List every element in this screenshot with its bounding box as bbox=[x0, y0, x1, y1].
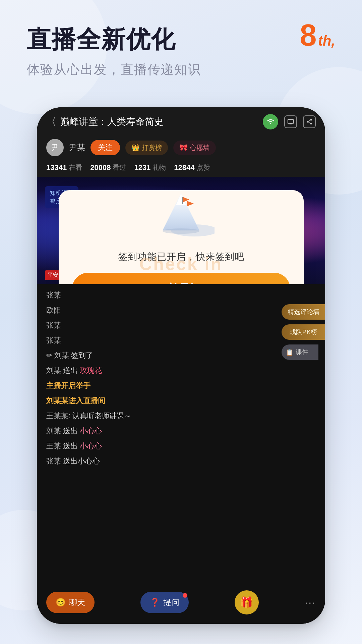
gifts-label: 礼物 bbox=[153, 163, 166, 172]
chat-button[interactable]: 😊 聊天 bbox=[46, 592, 95, 613]
stat-watched: 20008 看过 bbox=[90, 163, 126, 172]
checkin-popup-card: Check in 签到功能已开启，快来签到吧 签到 bbox=[59, 190, 304, 284]
share-icon[interactable] bbox=[303, 115, 316, 128]
svg-point-4 bbox=[163, 228, 199, 234]
watched-label: 看过 bbox=[113, 163, 126, 172]
chat-username: 王某 bbox=[46, 442, 63, 450]
live-top-bar: 〈 巅峰讲堂：人类寿命简史 bbox=[37, 107, 325, 135]
courseware-label: 课件 bbox=[296, 348, 308, 357]
chat-message-highlight: 主播开启举手 bbox=[46, 380, 316, 391]
gift-name: 小心心 bbox=[80, 427, 102, 435]
likes-label: 点赞 bbox=[197, 163, 210, 172]
chat-content: 签到了 bbox=[71, 351, 93, 360]
chat-username: 张某 bbox=[46, 336, 61, 344]
badge-suffix: th, bbox=[318, 33, 335, 49]
chat-message-gift: 刘某 送出 玫瑰花 bbox=[46, 365, 316, 376]
checkin-watermark: Check in bbox=[72, 254, 290, 274]
chat-username: 张某 bbox=[46, 291, 61, 299]
stats-row: 13341 在看 20008 看过 1231 礼物 12844 点赞 bbox=[37, 160, 325, 177]
phone-inner: 〈 巅峰讲堂：人类寿命简史 bbox=[37, 107, 325, 624]
notification-dot bbox=[183, 593, 187, 598]
chat-message: 张某 bbox=[46, 289, 316, 301]
chat-username: 张某 bbox=[46, 457, 63, 465]
streamer-name: 尹某 bbox=[69, 142, 85, 153]
likes-count: 12844 bbox=[174, 163, 194, 172]
svg-marker-6 bbox=[183, 197, 189, 202]
user-info-row: 尹 尹某 关注 👑 打赏榜 🎀 心愿墙 bbox=[37, 135, 325, 160]
chat-message: 张某 bbox=[46, 320, 316, 331]
courseware-icon: 📋 bbox=[286, 348, 294, 356]
chat-content: 送出 bbox=[63, 442, 78, 450]
chat-message: 张某 bbox=[46, 335, 316, 346]
more-button[interactable]: ··· bbox=[305, 596, 316, 609]
stat-watching: 13341 在看 bbox=[46, 163, 82, 172]
version-badge: 8 th, bbox=[300, 20, 335, 50]
chat-message-gift: 王某 送出 小心心 bbox=[46, 440, 316, 451]
svg-marker-7 bbox=[187, 201, 194, 206]
chat-message: 欧阳 bbox=[46, 305, 316, 316]
chat-message-gift: 刘某 送出 小心心 bbox=[46, 425, 316, 436]
page-subtitle: 体验从心出发，直播传递知识 bbox=[27, 61, 335, 78]
chat-area: 张某 欧阳 张某 张某 ✏ 刘某 签到了 刘某 送出 玫 bbox=[37, 284, 325, 585]
chat-username: ✏ 刘某 bbox=[46, 351, 71, 360]
pk-ranking-button[interactable]: 战队PK榜 bbox=[282, 324, 325, 340]
courseware-button[interactable]: 📋 课件 bbox=[282, 344, 318, 360]
phone-mockup: 〈 巅峰讲堂：人类寿命简史 bbox=[37, 107, 325, 624]
chat-username: 刘某 bbox=[46, 427, 63, 435]
gift-name: 玫瑰花 bbox=[80, 366, 102, 375]
chat-content: 送出小心心 bbox=[63, 457, 100, 465]
top-bar-left: 〈 巅峰讲堂：人类寿命简史 bbox=[46, 115, 164, 129]
streamer-avatar: 尹 bbox=[46, 139, 64, 156]
checkin-button[interactable]: 签到 bbox=[72, 273, 290, 284]
top-bar-icons bbox=[263, 114, 316, 129]
question-button[interactable]: ❓ 提问 bbox=[140, 592, 189, 613]
ranking-button[interactable]: 👑 打赏榜 bbox=[125, 141, 168, 155]
gift-icon: 🎁 bbox=[240, 596, 253, 609]
selected-comments-button[interactable]: 精选评论墙 bbox=[282, 304, 325, 320]
chat-message: 王某某: 认真听老师讲课～ bbox=[46, 410, 316, 421]
float-buttons-panel: 精选评论墙 战队PK榜 📋 课件 bbox=[282, 304, 325, 360]
watched-count: 20008 bbox=[90, 163, 111, 172]
wish-wall-button[interactable]: 🎀 心愿墙 bbox=[173, 141, 216, 155]
watching-count: 13341 bbox=[46, 163, 67, 172]
follow-button[interactable]: 关注 bbox=[90, 140, 120, 155]
back-button[interactable]: 〈 bbox=[46, 115, 56, 129]
stat-likes: 12844 点赞 bbox=[174, 163, 210, 172]
page-header: 直播全新优化 体验从心出发，直播传递知识 bbox=[27, 23, 335, 78]
chat-face-icon: 😊 bbox=[56, 598, 66, 607]
chat-username: 张某 bbox=[46, 321, 61, 329]
chat-message: 张某 送出小心心 bbox=[46, 455, 316, 467]
chat-message-enter: 刘某某进入直播间 bbox=[46, 395, 316, 406]
video-area: 知机识变 鸣启未来 平安知鸟 平安知识 bbox=[37, 177, 325, 284]
chat-username: 刘某某进入直播间 bbox=[46, 396, 105, 405]
chat-content: 送出 bbox=[63, 427, 78, 435]
bottom-action-bar: 😊 聊天 ❓ 提问 🎁 ··· bbox=[37, 585, 325, 624]
video-stage: 知机识变 鸣启未来 平安知鸟 平安知识 bbox=[37, 177, 325, 284]
chat-content: 认真听老师讲课～ bbox=[72, 412, 131, 420]
gift-button[interactable]: 🎁 bbox=[235, 590, 259, 614]
gifts-count: 1231 bbox=[134, 163, 150, 172]
popup-content: Check in 签到功能已开启，快来签到吧 bbox=[72, 244, 290, 263]
watching-label: 在看 bbox=[69, 163, 82, 172]
chat-username: 王某某: bbox=[46, 412, 72, 420]
wifi-icon[interactable] bbox=[263, 114, 278, 129]
crown-icon: 👑 bbox=[131, 144, 140, 152]
page-title: 直播全新优化 bbox=[27, 23, 335, 56]
gift-small-icon: 🎀 bbox=[179, 144, 188, 152]
badge-number: 8 bbox=[300, 20, 317, 50]
chat-content: 送出 bbox=[63, 366, 78, 375]
chat-message-checkin: ✏ 刘某 签到了 bbox=[46, 350, 316, 361]
question-icon: ❓ bbox=[150, 598, 160, 607]
chat-username: 主播开启举手 bbox=[46, 381, 90, 390]
checkin-popup-overlay: Check in 签到功能已开启，快来签到吧 签到 bbox=[37, 177, 325, 284]
chat-username: 刘某 bbox=[46, 366, 63, 375]
gift-name: 小心心 bbox=[80, 442, 102, 450]
live-room-title: 巅峰讲堂：人类寿命简史 bbox=[60, 115, 164, 128]
chat-username: 欧阳 bbox=[46, 306, 61, 314]
mountain-illustration bbox=[147, 190, 215, 244]
tv-icon[interactable] bbox=[284, 115, 297, 128]
phone-outer: 〈 巅峰讲堂：人类寿命简史 bbox=[37, 107, 325, 624]
stat-gifts: 1231 礼物 bbox=[134, 163, 166, 172]
